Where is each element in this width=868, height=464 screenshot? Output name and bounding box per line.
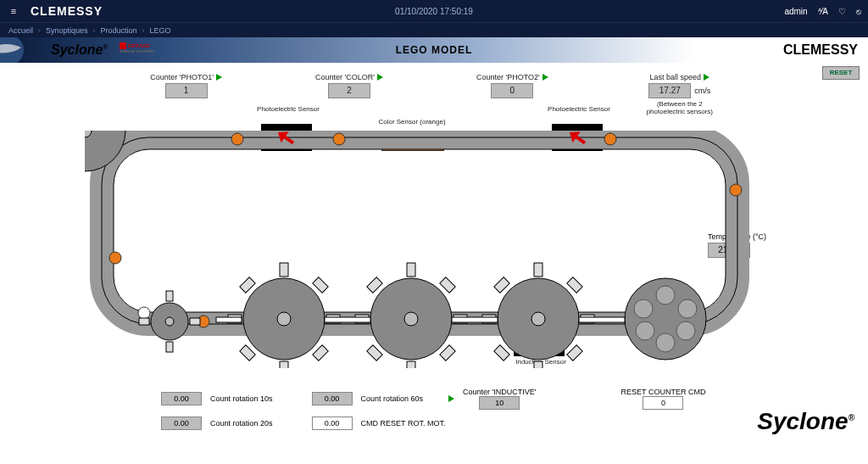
- play-icon: [448, 395, 454, 402]
- play-icon: [377, 74, 383, 81]
- photo1-sensor-label: Photoelectric Sensor: [254, 105, 322, 113]
- breadcrumb: Accueil› Synoptiques› Production› LEGO: [0, 22, 868, 37]
- svg-rect-41: [440, 345, 455, 361]
- cmd-reset-label: CMD RESET ROT. MOT.: [361, 419, 446, 428]
- reset-counter-value[interactable]: 0: [643, 396, 683, 410]
- svg-point-10: [730, 184, 742, 196]
- counter-color-value: 2: [328, 83, 370, 98]
- svg-rect-18: [190, 318, 200, 325]
- svg-rect-43: [534, 361, 542, 368]
- crumb-0[interactable]: Accueil: [8, 26, 33, 35]
- crumb-3[interactable]: LEGO: [150, 26, 171, 35]
- svg-rect-38: [367, 277, 382, 293]
- counter-photo1: Counter 'PHOTO1' 1: [150, 73, 222, 115]
- svg-rect-27: [280, 361, 288, 368]
- eiffage-logo: EIFFAGE ÉNERGIE SYSTÈMES: [120, 42, 154, 58]
- rot60-value: 0.00: [312, 392, 353, 405]
- svg-rect-42: [534, 263, 542, 277]
- svg-point-5: [333, 133, 345, 145]
- svg-rect-35: [407, 361, 415, 368]
- svg-point-22: [636, 321, 654, 340]
- photo2-sensor-label: Photoelectric Sensor: [545, 105, 613, 113]
- cmd-reset-value[interactable]: 0.00: [312, 416, 353, 430]
- svg-point-6: [604, 133, 616, 145]
- svg-point-7: [109, 252, 121, 264]
- rot10-value: 0.00: [161, 392, 202, 405]
- rot10-label: Count rotation 10s: [210, 394, 273, 403]
- rot60-label: Count rotation 60s: [361, 394, 424, 403]
- svg-point-14: [165, 317, 174, 326]
- syclone-logo-bottom: Syclone®: [757, 408, 854, 435]
- svg-rect-39: [440, 277, 455, 293]
- svg-point-24: [634, 299, 653, 318]
- svg-rect-53: [579, 317, 625, 322]
- counter-photo2-value: 0: [491, 83, 533, 98]
- counter-photo1-value: 1: [165, 83, 208, 98]
- crumb-1[interactable]: Synoptiques: [46, 26, 88, 35]
- svg-rect-48: [494, 345, 509, 361]
- heart-icon[interactable]: ♡: [838, 7, 846, 16]
- svg-point-8: [138, 307, 150, 319]
- syclone-logo: Syclone®: [51, 42, 108, 58]
- rot20-value: 0.00: [161, 416, 202, 430]
- svg-rect-32: [240, 345, 255, 361]
- track-diagram: [85, 131, 754, 368]
- globe-icon: [0, 37, 34, 63]
- svg-rect-40: [367, 345, 382, 361]
- play-icon: [704, 74, 709, 81]
- brand-title: CLEMESSY: [31, 4, 103, 18]
- svg-point-4: [231, 133, 243, 145]
- inductive-counter-label: Counter 'INDUCTIVE': [463, 388, 536, 396]
- inductive-counter-value: 10: [479, 396, 520, 410]
- svg-rect-30: [240, 277, 255, 293]
- play-icon: [542, 74, 548, 81]
- svg-rect-46: [494, 277, 509, 293]
- svg-rect-47: [567, 277, 582, 293]
- svg-rect-17: [139, 318, 149, 325]
- reset-counter-label: RESET COUNTER CMD: [621, 388, 706, 396]
- svg-rect-52: [452, 317, 498, 322]
- svg-rect-16: [166, 342, 173, 352]
- counter-color: Counter 'COLOR' 2: [315, 73, 383, 115]
- color-sensor-label: Color Sensor (orange): [378, 118, 446, 126]
- svg-rect-34: [407, 263, 415, 277]
- play-icon: [216, 74, 222, 81]
- counter-photo2: Counter 'PHOTO2' 0: [476, 73, 548, 115]
- svg-rect-31: [313, 277, 328, 293]
- svg-rect-49: [567, 345, 582, 361]
- menu-icon[interactable]: ≡: [7, 6, 20, 16]
- svg-point-25: [656, 333, 675, 352]
- svg-point-21: [676, 321, 695, 340]
- svg-rect-15: [166, 291, 173, 301]
- logout-icon[interactable]: ⎋: [856, 7, 861, 16]
- rot20-label: Count rotation 20s: [210, 419, 273, 428]
- svg-rect-33: [313, 345, 328, 361]
- svg-point-23: [678, 299, 697, 318]
- ball-speed: Last ball speed 17.27cm/s (Between the 2…: [642, 73, 718, 115]
- lang-icon[interactable]: ᴬ⁄A: [818, 7, 828, 16]
- svg-point-20: [656, 286, 675, 305]
- crumb-2[interactable]: Production: [101, 26, 137, 35]
- svg-rect-26: [280, 263, 288, 277]
- ball-speed-value: 17.27: [648, 83, 691, 98]
- user-label[interactable]: admin: [784, 7, 807, 16]
- svg-rect-50: [216, 317, 242, 322]
- datetime: 01/10/2020 17:50:19: [395, 7, 473, 16]
- svg-rect-51: [325, 317, 370, 322]
- clemessy-logo-right: CLEMESSY: [783, 42, 858, 58]
- page-title: LEGO MODEL: [396, 44, 473, 56]
